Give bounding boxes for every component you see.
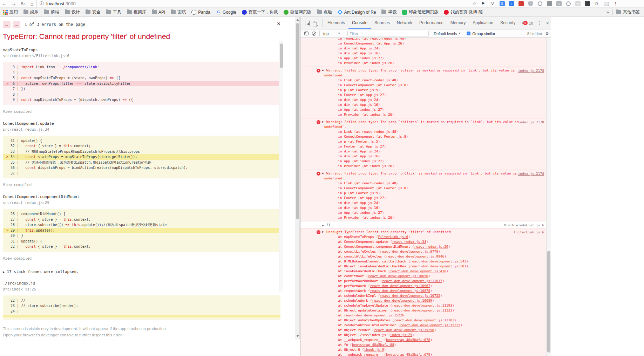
expand-icon[interactable]: ▶ [322, 119, 324, 124]
url-input[interactable]: ⓘ localhost:3000 ☆ [36, 0, 476, 7]
tab-elements[interactable]: Elements [324, 17, 348, 29]
bookmark-item[interactable]: 印象笔记网页版 [402, 9, 438, 15]
source-location-link[interactable]: index.js:2178 [518, 171, 544, 176]
view-compiled-link[interactable]: View compiled [3, 109, 32, 114]
red-extension-icon[interactable] [518, 1, 524, 7]
collapsed-frames-toggle[interactable]: ▶17 stack frames were collapsed. [3, 269, 282, 274]
tab-performance[interactable]: Performance [416, 17, 447, 29]
group-similar-checkbox[interactable]: ✓ [467, 32, 470, 35]
page-info-icon[interactable]: ⓘ [40, 1, 44, 7]
back-icon[interactable]: ← [0, 1, 9, 7]
browser-menu-icon[interactable]: ⋮ [612, 1, 619, 7]
a-shield-icon[interactable]: A [556, 1, 562, 7]
devtools-menu-icon[interactable]: ⋮ [537, 20, 542, 26]
stack-source-link[interactable]: react-redux.js:29 [414, 245, 448, 248]
close-overlay-icon[interactable]: × [277, 20, 280, 27]
console-filter-input[interactable] [347, 31, 429, 36]
bookmark-item[interactable]: 毕设 [381, 9, 396, 15]
expand-icon[interactable]: ▶ [322, 230, 324, 234]
stack-source-link[interactable]: react-dom.development.js:10050 [368, 274, 428, 278]
stack-source-link[interactable]: react-dom.development.js:11017 [382, 279, 442, 283]
stack-source-link[interactable]: bootstrap 48a5baf…:88 [352, 343, 394, 347]
stack-source-link[interactable]: react-dom.development.js:10732 [380, 294, 440, 297]
overlay-scrollbar-thumb[interactable] [280, 43, 283, 68]
device-toolbar-icon[interactable] [312, 17, 321, 29]
evernote-elephant-icon[interactable] [546, 1, 553, 7]
bookmark-item[interactable]: Ant Design of Re [338, 10, 376, 15]
bookmark-item[interactable]: 点融 [317, 9, 332, 15]
circle-extension-icon[interactable] [537, 1, 543, 7]
bookmarks-overflow-icon[interactable]: » [606, 9, 609, 15]
bookmark-item[interactable]: 前端 [44, 9, 59, 15]
bookmark-item[interactable]: 娱乐 [23, 9, 39, 15]
dark-extension-icon[interactable] [584, 1, 590, 7]
stack-source-link[interactable]: react-dom.development.js:9946 [386, 254, 444, 258]
check-extension-icon[interactable]: ✓ [508, 1, 515, 7]
stack-source-link[interactable]: react-dom.development.js:11193 [392, 303, 452, 307]
stack-source-link[interactable]: react-dom.development.js:15290 [374, 328, 434, 332]
clear-console-icon[interactable] [310, 32, 318, 36]
console-sidebar-icon[interactable] [303, 32, 310, 35]
scroll-up-icon[interactable] [296, 19, 299, 21]
bookmark-item[interactable]: 应用 [3, 9, 18, 15]
console-settings-icon[interactable]: ⚙ [545, 31, 549, 36]
home-icon[interactable]: ⌂ [27, 1, 36, 7]
bookmark-item[interactable]: 百度一下，你就 [242, 9, 278, 15]
bookmark-flag-icon[interactable]: ⚑ [480, 1, 486, 7]
source-location-link[interactable]: VisibleTodoList.js:6 [504, 223, 544, 228]
source-location-link[interactable]: FilterLink.js:6 [514, 230, 544, 235]
stack-source-link[interactable]: react-dom.development.js:10878 [370, 289, 431, 293]
log-levels-dropdown[interactable]: Default levels▼ [434, 32, 461, 36]
stack-source-link[interactable]: react-dom.development.js:15225 [400, 323, 460, 327]
stack-source-link[interactable]: bootstrap 48a5baf…:678 [386, 352, 430, 356]
stack-source-link[interactable]: react-dom.development.js:542 [410, 259, 466, 263]
view-compiled-link[interactable]: View compiled [3, 256, 32, 260]
translate-icon[interactable]: 文 [499, 1, 505, 7]
devtools-close-icon[interactable]: × [546, 20, 549, 26]
forward-icon[interactable]: → [9, 1, 18, 7]
stack-source-link[interactable]: react-dom.development.js:15226 [344, 313, 404, 317]
expand-icon[interactable]: ▶ [322, 223, 324, 228]
stack-source-link[interactable]: react-dom.development.js:11231 [392, 308, 452, 312]
tab-security[interactable]: Security [497, 17, 519, 29]
tab-application[interactable]: Application [469, 17, 497, 29]
bookmark-item[interactable]: GGoogle [216, 10, 236, 15]
r-extension-icon[interactable]: R [594, 1, 600, 7]
other-bookmarks-button[interactable]: 其他书签 [616, 9, 640, 15]
bookmark-item[interactable]: 框架库 [127, 9, 146, 15]
stack-source-link[interactable]: bootstrap 48a5baf…:678 [386, 338, 430, 342]
stack-source-link[interactable]: react-dom.development.js:581 [410, 264, 466, 268]
stack-source-link[interactable]: react-dom.development.js:11102 [394, 318, 454, 322]
bookmark-item[interactable]: 设计 [65, 9, 80, 15]
bookmark-star-icon[interactable]: ☆ [472, 1, 476, 6]
tab-console[interactable]: Console [348, 17, 371, 29]
expand-icon[interactable]: ▶ [322, 68, 324, 73]
scroll-down-icon[interactable] [296, 335, 299, 337]
reload-icon[interactable]: ↻ [18, 1, 27, 7]
prev-error-button[interactable]: ← [3, 21, 11, 28]
expand-icon[interactable]: ▶ [322, 171, 324, 176]
inspect-element-icon[interactable] [303, 17, 312, 29]
stack-source-link[interactable]: thunk.js:9 [364, 348, 384, 351]
stack-source-link[interactable]: react-redux.js:34 [392, 240, 426, 244]
stack-source-link[interactable]: FilterLink.js:6 [378, 235, 408, 239]
stack-source-link[interactable]: react-dom.development.js:438 [390, 269, 446, 273]
shield-icon[interactable] [527, 1, 534, 7]
vimium-icon[interactable]: V [489, 1, 496, 7]
profile-card-icon[interactable] [603, 1, 609, 7]
page-scrollbar-thumb[interactable] [296, 23, 299, 219]
bookmark-item[interactable]: API [152, 10, 165, 15]
tab-sources[interactable]: Sources [371, 17, 393, 29]
stack-source-link[interactable]: react-dom.development.js:10967 [370, 284, 431, 288]
source-location-link[interactable]: index.js:2178 [518, 68, 544, 73]
stack-source-link[interactable]: react-dom.development.js:8770 [380, 249, 438, 253]
stack-source-link[interactable]: index.js:25 [390, 333, 412, 337]
bookmark-item[interactable]: 安全 [86, 9, 101, 15]
source-location-link[interactable]: index.js:2178 [518, 120, 544, 125]
bookmark-item[interactable]: 工具 [106, 9, 121, 15]
bookmark-item[interactable]: 面试 [171, 9, 186, 15]
tab-memory[interactable]: Memory [447, 17, 469, 29]
stack-source-link[interactable]: react-dom.development.js:10689 [372, 299, 432, 302]
tab-network[interactable]: Network [393, 17, 416, 29]
context-selector[interactable]: top▼ [321, 32, 343, 36]
